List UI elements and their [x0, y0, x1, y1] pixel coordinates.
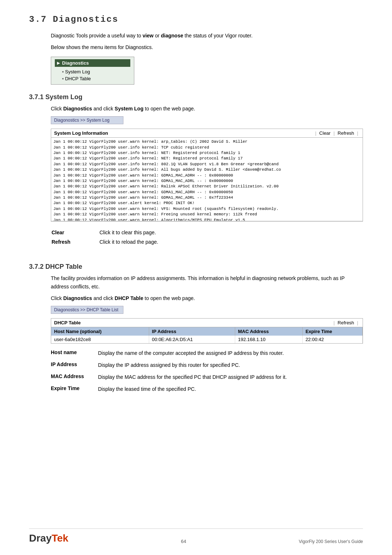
log-line: Jan 1 00:00:12 VigorFly200 user.warn ker… [53, 195, 360, 200]
desc-row: Host nameDisplay the name of the compute… [51, 349, 335, 357]
desc-value: Click it to reload the page. [96, 238, 334, 246]
desc-label: Expire Time [51, 385, 98, 391]
desc-value: Display the leased time of the specified… [98, 385, 196, 393]
dhcp-desc-section: Host nameDisplay the name of the compute… [51, 349, 335, 393]
syslog-sep-2: | [334, 130, 335, 136]
log-line: Jan 1 00:00:12 VigorFly200 user.info ker… [53, 150, 360, 156]
desc-label: Refresh [52, 238, 95, 246]
dhcp-table-header-row: Host Name (optional)IP AddressMAC Addres… [51, 327, 363, 336]
dhcp-intro-2: Click Diagnostics and click DHCP Table t… [51, 294, 363, 302]
log-line: Jan 1 00:00:12 VigorFly200 user.warn ker… [53, 212, 360, 217]
desc-value: Display the name of the computer accepte… [98, 349, 284, 357]
log-line: Jan 1 00:00:12 VigorFly200 user.alert ke… [53, 200, 360, 206]
log-line: Jan 1 00:00:12 VigorFly200 user.warn ker… [53, 218, 360, 222]
log-line: Jan 1 00:00:12 VigorFly200 user.warn ker… [53, 173, 360, 178]
intro-text-1: Diagnostic Tools provide a useful way to [51, 33, 143, 39]
menu-header: Diagnostics [55, 59, 130, 67]
intro-paragraph-2: Below shows the menu items for Diagnosti… [51, 43, 363, 51]
syslog-actions: | Clear | Refresh | [314, 130, 360, 136]
table-cell: 192.168.1.10 [235, 336, 302, 343]
desc-label: Clear [52, 228, 95, 237]
dhcp-actions: | Refresh | [332, 320, 360, 325]
brand-dray: Dray [29, 532, 52, 544]
dhcp-panel: DHCP Table | Refresh | Host Name (option… [51, 318, 363, 344]
syslog-sep-3: | [357, 130, 358, 136]
dhcp-breadcrumb: Diagonostics >> DHCP Table List [51, 306, 123, 314]
syslog-panel-title: System Log Information [54, 130, 108, 136]
syslog-content: Jan 1 00:00:12 VigorFly200 user.warn ker… [51, 138, 363, 221]
desc-row: RefreshClick it to reload the page. [52, 238, 334, 246]
syslog-intro-mid: and click [92, 106, 115, 112]
dhcp-col-header: MAC Address [235, 327, 302, 336]
syslog-intro-text: Click [51, 106, 63, 112]
syslog-bold-diag: Diagnostics [63, 106, 92, 112]
desc-value: Click it to clear this page. [96, 228, 334, 237]
page-title: 3.7 Diagnostics [29, 15, 363, 24]
diagnostics-menu-box: Diagnostics System Log DHCP Table [51, 57, 134, 85]
log-line: Jan 1 00:00:12 VigorFly200 user.warn ker… [53, 190, 360, 195]
log-line: Jan 1 00:00:12 VigorFly200 user.info ker… [53, 145, 360, 150]
log-line: Jan 1 00:00:12 VigorFly200 user.info ker… [53, 162, 360, 167]
syslog-breadcrumb: Diagonostics >> System Log [51, 116, 123, 124]
dhcp-refresh-button[interactable]: Refresh [336, 320, 356, 325]
table-cell: 22:00:42 [302, 336, 362, 343]
dhcp-panel-title: DHCP Table [54, 320, 81, 325]
intro-text-end: the status of your Vigor router. [183, 33, 253, 39]
syslog-bold-syslog: System Log [115, 106, 143, 112]
desc-row: MAC AddressDisplay the MAC address for t… [51, 373, 335, 381]
dhcp-intro2-mid: and click [92, 295, 115, 301]
desc-row: Expire TimeDisplay the leased time of th… [51, 385, 335, 393]
dhcp-sep-2: | [357, 320, 358, 325]
intro-text-or: or [154, 33, 161, 39]
dhcp-panel-header: DHCP Table | Refresh | [51, 319, 363, 327]
desc-label: IP Address [51, 361, 98, 367]
dhcp-sep-1: | [334, 320, 335, 325]
dhcp-bold-diag: Diagnostics [63, 295, 92, 301]
syslog-clear-button[interactable]: Clear [318, 130, 332, 136]
menu-item-system-log[interactable]: System Log [55, 68, 130, 75]
dhcp-intro2-text: Click [51, 295, 63, 301]
syslog-panel: System Log Information | Clear | Refresh… [51, 129, 363, 222]
log-line: Jan 1 00:00:12 VigorFly200 user.warn ker… [53, 206, 360, 212]
syslog-refresh-button[interactable]: Refresh [336, 130, 356, 136]
syslog-intro-end: to open the web page. [143, 106, 195, 112]
table-cell: 00:0E:A6:2A:D5:A1 [149, 336, 235, 343]
dhcp-data-table: Host Name (optional)IP AddressMAC Addres… [51, 327, 363, 343]
intro-bold-view: view [143, 33, 154, 39]
table-row: user-6a0e182ce800:0E:A6:2A:D5:A1192.168.… [51, 336, 363, 343]
syslog-panel-header: System Log Information | Clear | Refresh… [51, 129, 363, 138]
desc-row: ClearClick it to clear this page. [52, 228, 334, 237]
footer-brand: DrayTek [29, 532, 68, 544]
desc-value: Display the MAC address for the specifie… [98, 373, 287, 381]
brand-tek: Tek [52, 532, 68, 544]
desc-label: MAC Address [51, 373, 98, 379]
dhcp-col-header: IP Address [149, 327, 235, 336]
log-line: Jan 1 00:00:12 VigorFly200 user.info ker… [53, 167, 360, 173]
page-footer: DrayTek 64 VigorFly 200 Series User's Gu… [29, 528, 363, 544]
section-title-system-log: 3.7.1 System Log [29, 93, 363, 101]
log-line: Jan 1 00:00:12 VigorFly200 user.info ker… [53, 156, 360, 161]
system-log-intro: Click Diagnostics and click System Log t… [51, 105, 363, 113]
dhcp-intro2-end: to open the web page. [143, 295, 195, 301]
dhcp-col-header: Host Name (optional) [51, 327, 149, 336]
desc-label: Host name [51, 349, 98, 355]
dhcp-col-header: Expire Time [302, 327, 362, 336]
section-title-dhcp: 3.7.2 DHCP Table [29, 263, 363, 271]
table-cell: user-6a0e182ce8 [51, 336, 149, 343]
desc-value: Display the IP address assigned by this … [98, 361, 240, 369]
menu-item-dhcp-table[interactable]: DHCP Table [55, 75, 130, 82]
log-line: Jan 1 00:00:12 VigorFly200 user.warn ker… [53, 178, 360, 184]
intro-paragraph-1: Diagnostic Tools provide a useful way to… [51, 32, 363, 40]
log-line: Jan 1 00:00:12 VigorFly200 user.warn ker… [53, 139, 360, 145]
intro-bold-diagnose: diagnose [161, 33, 183, 39]
dhcp-bold-dhcptable: DHCP Table [115, 295, 143, 301]
footer-guide-text: VigorFly 200 Series User's Guide [299, 539, 363, 544]
log-line: Jan 1 00:00:12 VigorFly200 user.warn ker… [53, 184, 360, 189]
desc-row: IP AddressDisplay the IP address assigne… [51, 361, 335, 369]
syslog-desc-table: ClearClick it to clear this page.Refresh… [51, 227, 335, 247]
syslog-sep-1: | [315, 130, 316, 136]
dhcp-intro-1: The facility provides information on IP … [51, 274, 363, 291]
footer-page-num: 64 [181, 539, 186, 544]
